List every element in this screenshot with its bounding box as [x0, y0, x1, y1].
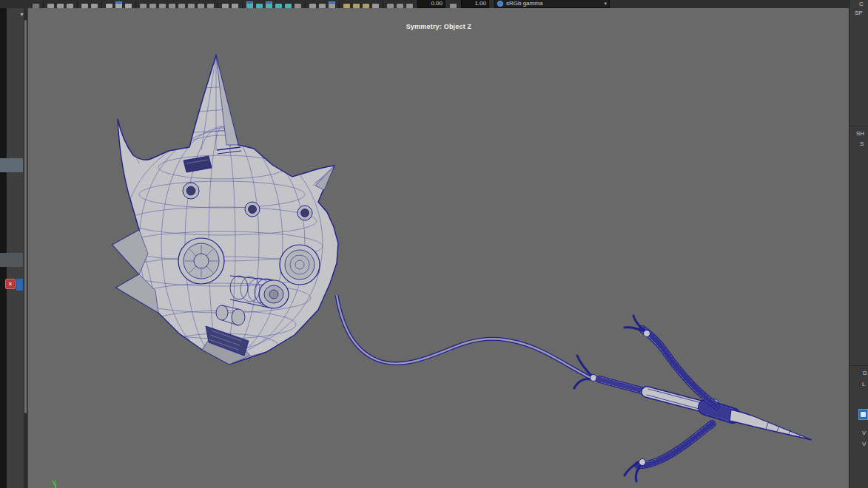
left-panel-edge — [0, 8, 7, 488]
select-by-dynamics-icon[interactable] — [188, 1, 195, 8]
soft-select-falloff-icon[interactable] — [406, 1, 413, 8]
viewport-panel[interactable]: Symmetry: Object Z — [28, 8, 850, 488]
right-panel-label-sp: SP — [855, 10, 863, 16]
undo-icon[interactable] — [81, 1, 88, 8]
toolbar-icon-strip — [31, 0, 414, 8]
lock-selection-icon[interactable] — [222, 1, 229, 8]
right-panel-label-v1: V — [862, 430, 866, 436]
value-field-2[interactable]: 1.00 — [461, 0, 489, 8]
file-new-icon[interactable] — [47, 1, 54, 8]
layer-icon — [861, 412, 866, 417]
close-button[interactable]: × — [5, 279, 16, 289]
outliner-item[interactable] — [0, 253, 23, 267]
snap-to-view-planes-icon[interactable] — [285, 1, 292, 8]
toolbar-separator — [135, 1, 136, 8]
ipr-render-icon[interactable] — [363, 1, 369, 8]
select-by-misc-icon[interactable] — [207, 1, 214, 8]
left-eye — [178, 238, 224, 284]
toolbar-separator — [383, 1, 383, 8]
toolbar-separator — [43, 1, 44, 8]
right-panel-divider — [850, 126, 868, 126]
file-open-icon[interactable] — [57, 1, 64, 8]
select-by-curves-icon[interactable] — [159, 1, 166, 8]
axis-y-line — [55, 484, 56, 488]
output-from-selected-icon[interactable] — [319, 1, 326, 8]
toolbar-separator — [305, 1, 306, 8]
toolbar-separator — [101, 1, 102, 8]
trident — [574, 316, 812, 481]
left-panel: ▼ × — [0, 8, 28, 488]
toolbar-separator — [242, 1, 243, 8]
make-object-live-icon[interactable] — [295, 1, 301, 8]
open-render-view-icon[interactable] — [343, 1, 350, 8]
render-settings-icon[interactable] — [372, 1, 379, 8]
layer-selected-item[interactable] — [858, 409, 868, 420]
input-to-selected-icon[interactable] — [309, 1, 316, 8]
select-by-rendering-icon[interactable] — [198, 1, 204, 8]
toolbar-separator — [218, 1, 218, 8]
right-panel: C SP SH S D L V V — [849, 0, 868, 488]
selection-mode-component-icon[interactable] — [125, 1, 132, 8]
file-save-icon[interactable] — [67, 1, 73, 8]
right-eye — [280, 245, 320, 285]
sidebar-grip-icon[interactable] — [33, 1, 39, 8]
select-by-handles-icon[interactable] — [140, 1, 147, 8]
gamma-dropdown[interactable]: sRGb gamma ▾ — [494, 0, 610, 8]
right-panel-label-sh: SH — [856, 130, 864, 137]
selection-mode-object-icon[interactable] — [115, 1, 122, 8]
chevron-down-icon: ▾ — [604, 0, 607, 7]
paint-effects-icon[interactable] — [387, 1, 394, 8]
highlight-selection-icon[interactable] — [232, 1, 238, 8]
right-panel-label-v2: V — [862, 441, 866, 447]
wireframe-model — [28, 8, 850, 488]
maya-window: 0.00 1.00 sRGb gamma ▾ ▼ × Symmetry: Obj… — [0, 0, 868, 488]
snap-to-projected-center-icon[interactable] — [275, 1, 282, 8]
render-current-frame-icon[interactable] — [353, 1, 360, 8]
snap-to-curves-icon[interactable] — [256, 1, 263, 8]
selection-mode-hierarchy-icon[interactable] — [106, 1, 112, 8]
gamma-dropdown-label: sRGb gamma — [506, 0, 542, 7]
cable — [337, 295, 591, 378]
transform-entry-icon[interactable] — [450, 1, 457, 8]
select-by-joints-icon[interactable] — [149, 1, 156, 8]
toolbar-separator — [77, 1, 78, 8]
value-field-1[interactable]: 0.00 — [417, 0, 445, 8]
color-management-icon — [497, 1, 503, 7]
right-panel-label-c: C — [859, 1, 864, 7]
construction-history-icon[interactable] — [329, 1, 335, 8]
transform-absolute-icon[interactable] — [397, 1, 403, 8]
select-by-deformations-icon[interactable] — [178, 1, 185, 8]
redo-icon[interactable] — [91, 1, 98, 8]
right-panel-label-s: S — [860, 140, 864, 147]
left-scrollbar-thumb[interactable] — [24, 20, 27, 413]
selected-item-sliver[interactable] — [16, 279, 23, 291]
mech-head — [112, 55, 338, 365]
snap-to-points-icon[interactable] — [266, 1, 272, 8]
toolbar-separator — [339, 1, 340, 8]
snap-to-grids-icon[interactable] — [246, 1, 253, 8]
select-by-surfaces-icon[interactable] — [169, 1, 175, 8]
right-panel-label-d: D — [863, 370, 867, 376]
outliner-item-highlight[interactable] — [0, 158, 23, 172]
right-panel-divider — [850, 365, 868, 366]
right-panel-label-l: L — [862, 381, 865, 387]
